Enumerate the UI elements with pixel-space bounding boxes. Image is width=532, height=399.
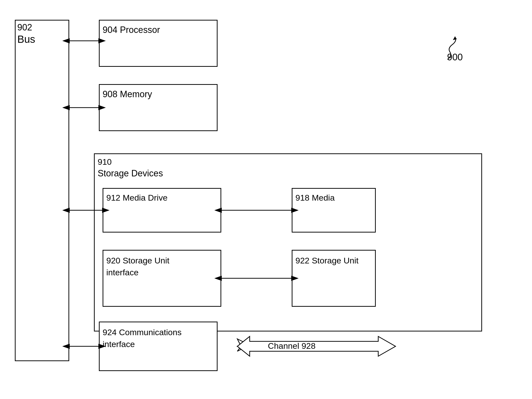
storage-unit-label: 922 Storage Unit <box>295 255 358 267</box>
svg-marker-12 <box>453 37 457 40</box>
storage-devices-number: 910 <box>98 157 112 167</box>
bus-text-label: Bus <box>17 33 35 45</box>
svg-marker-10 <box>237 341 250 351</box>
media-label: 918 Media <box>295 193 335 203</box>
media-drive-label: 912 Media Drive <box>106 193 168 203</box>
channel-label: Channel 928 <box>268 341 316 351</box>
label-900: 900 <box>447 52 463 63</box>
communications-label: 924 Communicationsinterface <box>103 327 181 350</box>
svg-marker-11 <box>237 339 250 351</box>
storage-unit-interface-label: 920 Storage Unitinterface <box>106 255 169 278</box>
processor-label: 904 Processor <box>103 25 160 35</box>
bus-number-label: 902 <box>17 22 32 33</box>
bus-box <box>15 20 69 361</box>
memory-label: 908 Memory <box>103 89 152 99</box>
storage-devices-label: Storage Devices <box>98 168 163 179</box>
diagram-container: 902 Bus 904 Processor 908 Memory 910 Sto… <box>0 0 532 399</box>
